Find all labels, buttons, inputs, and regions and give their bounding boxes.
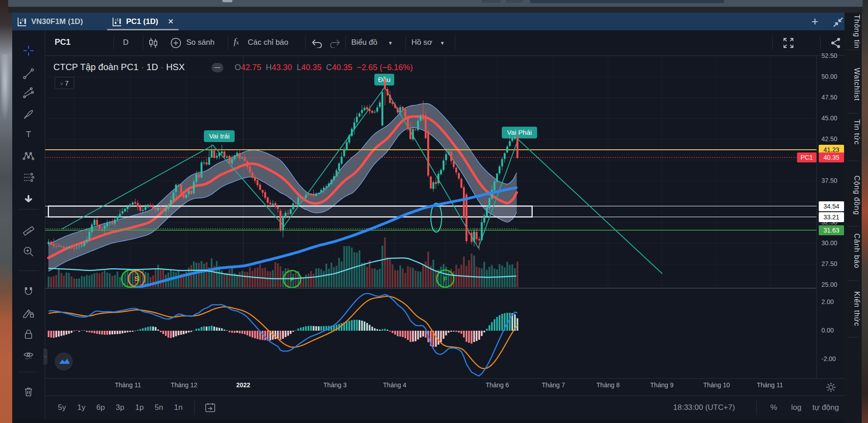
svg-text:Vai trái: Vai trái <box>209 132 230 140</box>
svg-text:F: F <box>443 275 447 283</box>
svg-text:F: F <box>290 276 294 283</box>
svg-text:S: S <box>134 275 139 282</box>
svg-text:Vai Phải: Vai Phải <box>507 128 532 136</box>
